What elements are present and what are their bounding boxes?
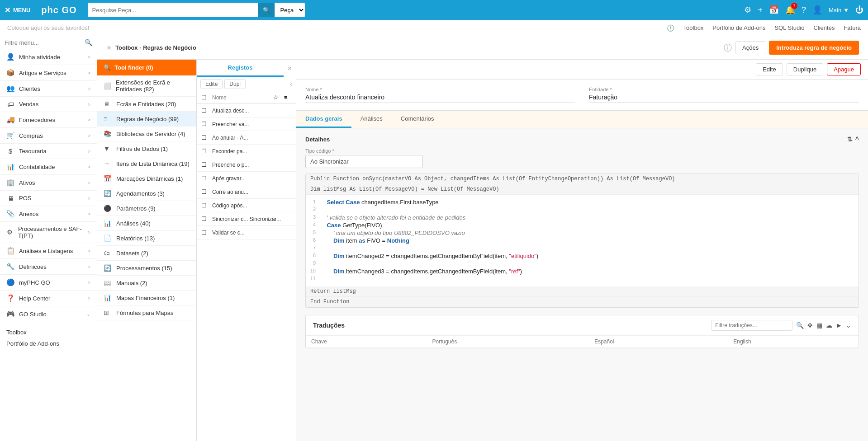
- tab-analises[interactable]: Análises: [351, 111, 392, 128]
- sidebar-bottom-toolbox[interactable]: Toolbox: [6, 327, 90, 338]
- fav-link-clientes[interactable]: Clientes: [813, 24, 835, 31]
- split-icon[interactable]: ⇅: [847, 136, 853, 143]
- detail-apague-button[interactable]: Apague: [827, 63, 861, 75]
- detail-duplique-button[interactable]: Duplique: [787, 63, 823, 75]
- tab-dados-gerais[interactable]: Dados gerais: [296, 111, 351, 128]
- power-icon[interactable]: ⏻: [855, 5, 863, 15]
- translations-cloud-icon[interactable]: ☁: [826, 322, 832, 329]
- translations-expand-icon[interactable]: ✥: [807, 322, 813, 329]
- history-icon[interactable]: 🕐: [667, 24, 674, 32]
- collapse-panel-icon[interactable]: ‹: [290, 80, 292, 88]
- page-help-icon[interactable]: ⓘ: [724, 42, 732, 53]
- list-panel-header: Registos ✕: [197, 60, 296, 77]
- sidebar-item-processamentos[interactable]: ⚙Processamentos e SAF-T(PT) >: [0, 222, 97, 243]
- sidebar-item-analises[interactable]: 📋Análises e Listagens >: [0, 243, 97, 259]
- sidebar-item-tesouraria[interactable]: $Tesouraria >: [0, 144, 97, 159]
- list-row[interactable]: ☐ Preenche o p...: [197, 158, 296, 172]
- translations-filter-input[interactable]: [711, 320, 792, 331]
- code-editor[interactable]: Public Function onSync(masterVO As Objec…: [305, 174, 859, 308]
- star-icon[interactable]: ★: [106, 44, 112, 51]
- sidebar-item-minha-atividade[interactable]: 👤Minha atividade >: [0, 49, 97, 65]
- sidebar-item-ativos[interactable]: 🏢Ativos >: [0, 175, 97, 191]
- sidebar-bottom-portfolio[interactable]: Portfólio de Add-ons: [6, 338, 90, 349]
- menu-button[interactable]: ✕ MENU: [5, 6, 30, 14]
- fav-link-portfolio[interactable]: Portfólio de Add-ons: [712, 24, 765, 31]
- tool-item-relatorios[interactable]: 📄 Relatórios (13): [97, 231, 196, 246]
- list-row[interactable]: ☐ Sincronizar c... Sincronizar...: [197, 212, 296, 226]
- list-row[interactable]: ☐ Preencher va...: [197, 117, 296, 131]
- translations-collapse-icon[interactable]: ⌄: [846, 322, 851, 329]
- acoes-button[interactable]: Ações: [735, 41, 765, 54]
- sidebar-item-gostudio[interactable]: 🎮GO Studio ⌄: [0, 306, 97, 322]
- list-row[interactable]: ☐ Esconder pa...: [197, 145, 296, 158]
- list-row[interactable]: ☐ Validar se c...: [197, 226, 296, 239]
- library-icon: 📚: [104, 130, 112, 137]
- sidebar-item-compras[interactable]: 🛒Compras >: [0, 128, 97, 144]
- top-navigation: ✕ MENU phc GO 🔍 Peça ⚙ + 📅 🔔 7 ? 👤 Main …: [0, 0, 868, 20]
- list-row[interactable]: ☐ Atualiza desc...: [197, 104, 296, 117]
- fav-link-fatura[interactable]: Fatura: [844, 24, 861, 31]
- list-row[interactable]: ☐ Código após...: [197, 199, 296, 212]
- search-button[interactable]: 🔍: [258, 3, 275, 17]
- sidebar-item-anexos[interactable]: 📎Anexos >: [0, 206, 97, 222]
- tool-item-ecras[interactable]: 🖥 Ecrãs e Entidades (20): [97, 97, 196, 112]
- tool-item-processamentos[interactable]: 🔄 Processamentos (15): [97, 261, 196, 276]
- close-list-icon[interactable]: ✕: [284, 61, 296, 75]
- puzzle-icon[interactable]: ⚙: [744, 5, 751, 15]
- user-icon[interactable]: 👤: [812, 5, 822, 15]
- sidebar-item-helpcenter[interactable]: ❓Help Center >: [0, 291, 97, 306]
- entidade-field-label: Entidade *: [589, 87, 859, 92]
- list-edit-button[interactable]: Edite: [200, 79, 223, 89]
- list-row[interactable]: ☐ Ao anular - A...: [197, 131, 296, 145]
- tool-item-datasets[interactable]: 🗂 Datasets (2): [97, 246, 196, 261]
- calendar-icon[interactable]: 📅: [769, 5, 779, 15]
- tool-item-itens-lista[interactable]: → Itens de Lista Dinâmica (19): [97, 156, 196, 171]
- tool-item-manuais[interactable]: 📖 Manuais (2): [97, 276, 196, 291]
- tool-item-agendamentos[interactable]: 🔄 Agendamentos (3): [97, 186, 196, 201]
- fav-link-sqlstudio[interactable]: SQL Studio: [774, 24, 804, 31]
- sidebar-item-fornecedores[interactable]: 🚚Fornecedores >: [0, 112, 97, 128]
- sidebar-item-vendas[interactable]: 🏷Vendas >: [0, 97, 97, 112]
- tool-item-formulas[interactable]: ⊞ Fórmulas para Mapas: [97, 305, 196, 320]
- tool-item-regras[interactable]: ≡ Regras de Negócio (99): [97, 112, 196, 127]
- chevron-right-icon: >: [88, 133, 90, 138]
- sidebar-item-myphcgo[interactable]: 🔵myPHC GO >: [0, 275, 97, 291]
- collapse-section-icon[interactable]: ^: [855, 136, 859, 143]
- tool-item-mapas[interactable]: 📊 Mapas Financeiros (1): [97, 291, 196, 305]
- chevron-down-icon: ▼: [843, 7, 849, 14]
- assets-icon: 🏢: [6, 178, 14, 187]
- sidebar-item-definicoes[interactable]: 🔧Definições >: [0, 259, 97, 275]
- introduzir-button[interactable]: Introduza regra de negócio: [769, 41, 859, 55]
- sidebar-filter-input[interactable]: [5, 39, 85, 46]
- list-row[interactable]: ☐ Após gravar...: [197, 172, 296, 185]
- sidebar-filter-bar: 🔍: [0, 36, 97, 49]
- help-icon[interactable]: ?: [802, 5, 806, 15]
- extension-icon: ⬜: [104, 82, 111, 89]
- notifications-icon[interactable]: 🔔 7: [785, 5, 795, 15]
- plus-icon[interactable]: +: [758, 5, 763, 15]
- translations-search-icon[interactable]: 🔍: [796, 322, 804, 329]
- list-dupl-button[interactable]: Dupl: [224, 79, 246, 89]
- tool-item-filtros[interactable]: ▼ Filtros de Dados (1): [97, 141, 196, 156]
- tab-comentarios[interactable]: Comentários: [392, 111, 443, 128]
- sidebar-item-artigos[interactable]: 📦Artigos e Serviços >: [0, 65, 97, 81]
- sidebar-item-clientes[interactable]: 👥Clientes >: [0, 81, 97, 97]
- tool-item-parametros[interactable]: ⚫ Parâmetros (9): [97, 201, 196, 216]
- sidebar-item-pos[interactable]: 🖥POS >: [0, 191, 97, 206]
- tool-item-extensoes[interactable]: ⬜ Extensões de Ecrã e Entidades (82): [97, 75, 196, 97]
- search-type-select[interactable]: Peça: [275, 3, 305, 17]
- tool-item-analises[interactable]: 📊 Análises (40): [97, 216, 196, 231]
- tool-item-bibliotecas[interactable]: 📚 Bibliotecas de Servidor (4): [97, 127, 196, 141]
- user-menu[interactable]: Main ▼: [829, 7, 849, 14]
- sidebar-item-contabilidade[interactable]: 📊Contabilidade >: [0, 159, 97, 175]
- detail-edite-button[interactable]: Edite: [756, 63, 783, 75]
- translations-columns-icon[interactable]: ▦: [816, 322, 822, 329]
- translations-send-icon[interactable]: ►: [836, 322, 842, 329]
- tool-item-marcacoes[interactable]: 📅 Marcações Dinâmicas (1): [97, 171, 196, 186]
- myphcgo-icon: 🔵: [6, 278, 14, 286]
- list-tab-registos[interactable]: Registos: [197, 60, 284, 77]
- search-input[interactable]: [88, 3, 258, 17]
- list-row[interactable]: ☐ Corre ao anu...: [197, 185, 296, 199]
- translations-title: Traduções: [313, 322, 345, 329]
- fav-link-toolbox[interactable]: Toolbox: [683, 24, 704, 31]
